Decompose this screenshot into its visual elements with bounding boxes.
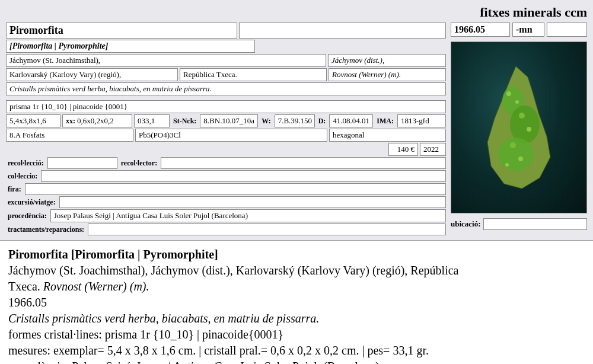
right-column: 1966.05 -mn [451, 23, 587, 237]
svg-point-7 [510, 142, 516, 148]
locality-country: República Txeca. [180, 68, 327, 81]
svg-point-3 [506, 91, 511, 96]
locality-town: Jáchymov (St. Joachimsthal), [6, 54, 326, 67]
page-title: fitxes minerals ccm [480, 5, 587, 20]
ubicacio-field[interactable] [483, 218, 587, 230]
svg-point-8 [518, 157, 523, 161]
ubicacio-label: ubicació: [451, 219, 481, 229]
dim-weight: 033,1 [134, 114, 170, 127]
w-value: 7.B.39.150 [275, 114, 315, 127]
crystal-forms: prisma 1r {10_10} | pinacoide {0001} [6, 100, 446, 113]
recolleccio-field[interactable] [47, 157, 117, 169]
left-column: Piromorfita [Piromorfita | Pyromorphite]… [6, 23, 446, 237]
locality-mine: Rovnost (Werner) (m). [329, 68, 446, 81]
summary-forms: formes cristal·lines: prisma 1r {10_10} … [8, 327, 585, 343]
svg-point-5 [519, 113, 525, 119]
mineral-photo [451, 41, 587, 213]
recolleccio-label: recol·lecció: [6, 157, 46, 169]
price-value: 140 € [388, 143, 418, 156]
svg-point-6 [527, 127, 531, 132]
colleccio-label: col·leccio: [6, 170, 39, 182]
procedencia-field[interactable]: Josep Palaus Seigi | Antigua Casa Luis S… [50, 209, 446, 222]
colleccio-field[interactable] [41, 170, 446, 182]
excursio-label: excursió/viatge: [6, 196, 58, 208]
class-formula: Pb5(PO4)3Cl [135, 129, 327, 142]
record-id-num: 1966.05 [451, 23, 510, 37]
dim-specimen: 5,4x3,8x1,6 [6, 114, 60, 127]
ima-label: IMA: [375, 114, 396, 127]
tractaments-label: tractaments/reparacions: [6, 223, 86, 235]
dim-xx-value: 0,6x0,2x0,2 [77, 116, 114, 126]
w-label: W: [260, 114, 272, 127]
record-id-extra [547, 23, 587, 37]
fira-label: fira: [6, 183, 23, 195]
summary-loc2: Txeca. Rovnost (Werner) (m). [8, 279, 585, 295]
summary-title: Piromorfita [Piromorfita | Pyromorphite] [8, 247, 585, 263]
procedencia-label: procedència: [6, 209, 49, 222]
svg-point-9 [505, 163, 509, 167]
svg-point-2 [498, 138, 534, 171]
tractaments-field[interactable] [88, 223, 446, 235]
summary-text: Piromorfita [Piromorfita | Pyromorphite]… [0, 241, 593, 364]
class-system: hexagonal [329, 129, 446, 142]
stnck-label: St-Nck: [171, 114, 198, 127]
locality-region: Karlovarský (Karlovy Vary) (regió), [6, 68, 178, 81]
excursio-field[interactable] [59, 196, 446, 208]
stnck-value: 8.BN.10.07_10a [200, 114, 258, 127]
recollector-label: recol·lector: [119, 157, 159, 169]
d-label: D: [317, 114, 328, 127]
summary-mesures: mesures: exemplar= 5,4 x 3,8 x 1,6 cm. |… [8, 343, 585, 359]
record-card: fitxes minerals ccm Piromorfita [Piromor… [0, 0, 593, 241]
locality-district: Jáchymov (dist.), [328, 54, 446, 67]
summary-proc: procedència: Palaus Seigí, Josep. | Anti… [8, 359, 585, 364]
summary-id: 1966.05 [8, 295, 585, 311]
recollector-field[interactable] [161, 157, 446, 169]
mineral-name: Piromorfita [6, 23, 237, 39]
summary-desc: Cristalls prismàtics verd herba, biacaba… [8, 311, 585, 327]
summary-loc1: Jáchymov (St. Joachimsthal), Jáchymov (d… [8, 263, 585, 279]
dim-xx-label: xx: [66, 117, 75, 126]
svg-point-4 [515, 100, 519, 104]
dim-xx: xx: 0,6x0,2x0,2 [62, 114, 132, 127]
ima-value: 1813-gfd [397, 114, 446, 127]
summary-loc2b: Rovnost (Werner) (m). [43, 280, 149, 293]
mineral-specimen-icon [480, 59, 557, 196]
blank-cell [239, 23, 446, 39]
description: Cristalls prismàtics verd herba, biacaba… [6, 82, 446, 95]
d-value: 41.08.04.01 [329, 114, 373, 127]
record-id-suffix: -mn [512, 23, 544, 37]
summary-loc2a: Txeca. [8, 280, 43, 293]
synonyms: [Piromorfita | Pyromorphite] [6, 40, 255, 53]
fira-field[interactable] [25, 183, 446, 195]
class-group: 8.A Fosfats [6, 129, 133, 142]
price-year: 2022 [420, 143, 446, 156]
